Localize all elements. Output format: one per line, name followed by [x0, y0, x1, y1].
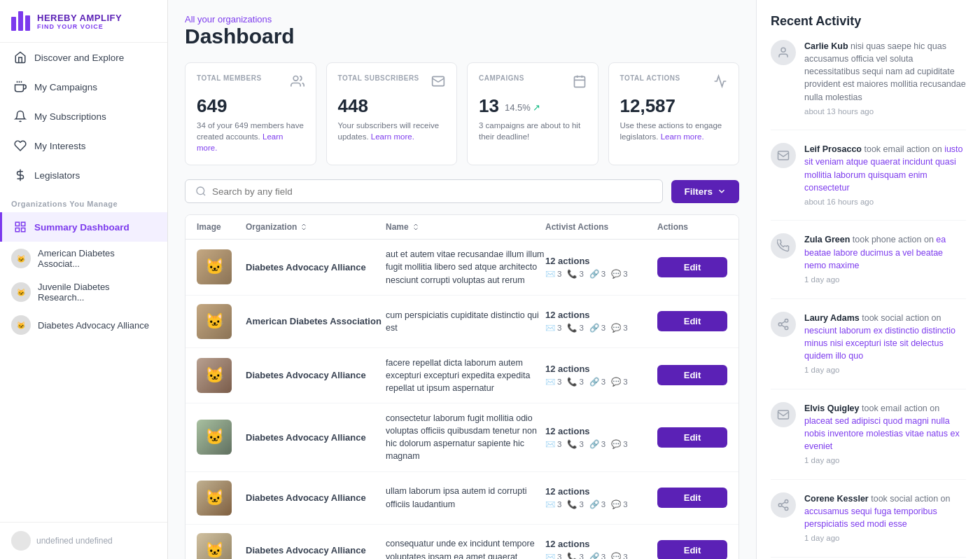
row-name: ullam laborum ipsa autem id corrupti off… — [386, 485, 545, 510]
col-actions: Actions — [657, 222, 727, 232]
edit-button-1[interactable]: Edit — [657, 311, 727, 331]
activity-item: Corene Kessler took social action on acc… — [771, 492, 966, 558]
megaphone-icon — [13, 80, 27, 94]
activity-avatar — [771, 233, 796, 258]
svg-rect-9 — [433, 76, 444, 85]
nav-label-campaigns: My Campaigns — [34, 82, 97, 92]
subscribers-icon — [431, 74, 445, 91]
row-activist-actions: 12 actions ✉️ 3 📞 3 🔗 3 💬 3 — [545, 426, 657, 449]
stat-value-campaigns: 13 — [479, 95, 499, 117]
grid-icon — [13, 220, 27, 234]
stat-card-subscribers: TOTAL SUBSCRIBERS 448 Your subscribers w… — [326, 62, 458, 165]
edit-button-0[interactable]: Edit — [657, 257, 727, 277]
nav-item-interests[interactable]: My Interests — [0, 131, 167, 160]
nav-label-legislators: Legislators — [34, 170, 80, 181]
table-container: Image Organization Name Activist Actions… — [185, 214, 739, 559]
row-image: 🐱 — [197, 304, 232, 339]
table-row: 🐱 American Diabetes Association cum pers… — [186, 296, 738, 348]
page-header: All your organizations Dashboard — [185, 14, 739, 48]
logo-subtitle: FIND YOUR VOICE — [37, 23, 122, 30]
table-row: 🐱 Diabetes Advocacy Alliance facere repe… — [186, 348, 738, 403]
row-org-name: American Diabetes Association — [246, 316, 386, 326]
svg-point-8 — [293, 76, 298, 81]
row-name: consequatur unde ex incidunt tempore vol… — [386, 537, 545, 559]
row-activist-actions: 12 actions ✉️ 3 📞 3 🔗 3 💬 3 — [545, 256, 657, 279]
svg-point-26 — [785, 507, 788, 511]
row-image: 🐱 — [197, 420, 232, 455]
edit-button-4[interactable]: Edit — [657, 488, 727, 508]
col-organization[interactable]: Organization — [246, 222, 386, 232]
campaigns-icon — [573, 74, 587, 91]
email-action: ✉️ 3 — [545, 499, 561, 509]
col-name[interactable]: Name — [386, 222, 545, 232]
edit-button-3[interactable]: Edit — [657, 427, 727, 448]
filters-label: Filters — [684, 186, 713, 197]
nav-label-summary: Summary Dashboard — [34, 222, 130, 233]
nav-item-campaigns[interactable]: My Campaigns — [0, 72, 167, 102]
activity-content: Laury Adams took social action on nesciu… — [804, 312, 966, 376]
nav-item-subscriptions[interactable]: My Subscriptions — [0, 102, 167, 131]
row-org-name: Diabetes Advocacy Alliance — [246, 262, 386, 272]
org-item-diabetes-advocacy[interactable]: 🐱 Diabetes Advocacy Alliance — [0, 309, 167, 341]
nav-label-interests: My Interests — [34, 141, 86, 151]
share-action: 🔗 3 — [589, 499, 606, 509]
row-activist-actions: 12 actions ✉️ 3 📞 3 🔗 3 💬 3 — [545, 310, 657, 333]
row-org-name: Diabetes Advocacy Alliance — [246, 432, 386, 443]
svg-rect-4 — [15, 222, 19, 226]
search-input[interactable] — [212, 186, 652, 197]
activity-content: Zula Green took phone action on ea beata… — [804, 233, 966, 285]
col-activist-actions: Activist Actions — [545, 222, 657, 232]
svg-line-15 — [203, 193, 205, 195]
stats-row: TOTAL MEMBERS 649 34 of your 649 members… — [185, 62, 739, 165]
org-item-juvenile-diabetes[interactable]: 🐱 Juvenile Diabetes Research... — [0, 275, 167, 309]
logo-title: HEREBY AMPLIFY — [37, 13, 122, 23]
nav-item-legislators[interactable]: Legislators — [0, 160, 167, 190]
share-action: 🔗 3 — [589, 377, 606, 387]
svg-line-28 — [781, 502, 785, 504]
nav-item-summary-dashboard[interactable]: Summary Dashboard — [0, 212, 167, 242]
page-subtitle: All your organizations — [185, 14, 739, 25]
stat-value-subscribers: 448 — [338, 95, 446, 117]
chevron-down-icon — [717, 186, 727, 196]
other-action: 💬 3 — [611, 269, 627, 279]
phone-action: 📞 3 — [567, 439, 583, 449]
row-name: consectetur laborum fugit mollitia odio … — [386, 412, 545, 463]
org-label-advocacy: Diabetes Advocacy Alliance — [38, 320, 149, 331]
table-row: 🐱 Diabetes Advocacy Alliance aut et aute… — [186, 240, 738, 295]
activity-content: Carlie Kub nisi quas saepe hic quas accu… — [804, 40, 966, 117]
svg-point-16 — [781, 48, 785, 52]
email-action: ✉️ 3 — [545, 269, 561, 279]
org-avatar-american: 🐱 — [11, 249, 31, 268]
org-avatar-juvenile: 🐱 — [11, 282, 31, 302]
table-header: Image Organization Name Activist Actions… — [186, 215, 738, 240]
nav-item-discover[interactable]: Discover and Explore — [0, 43, 167, 72]
activity-content: Elvis Quigley took email action on place… — [804, 402, 966, 467]
svg-rect-17 — [778, 151, 789, 160]
sidebar-footer: undefined undefined — [0, 522, 167, 559]
phone-action: 📞 3 — [567, 499, 583, 509]
svg-point-24 — [785, 499, 788, 503]
actions-icon — [713, 74, 727, 91]
home-icon — [13, 50, 27, 64]
activity-item: Carlie Kub nisi quas saepe hic quas accu… — [771, 40, 966, 130]
activity-avatar — [771, 40, 796, 65]
stat-desc-actions: Use these actions to engage legislators.… — [620, 120, 728, 142]
search-box[interactable] — [185, 179, 663, 203]
row-image: 🐱 — [197, 481, 232, 516]
page-title: Dashboard — [185, 25, 739, 48]
stat-label-subscribers: TOTAL SUBSCRIBERS — [338, 74, 419, 82]
svg-line-21 — [781, 325, 785, 327]
edit-button-5[interactable]: Edit — [657, 540, 727, 559]
row-image: 🐱 — [197, 533, 232, 559]
org-item-american-diabetes[interactable]: 🐱 American Diabetes Associat... — [0, 242, 167, 275]
stat-value-actions: 12,587 — [620, 95, 728, 117]
filters-button[interactable]: Filters — [671, 180, 739, 203]
svg-rect-5 — [22, 222, 25, 226]
phone-action: 📞 3 — [567, 323, 583, 333]
activity-item: Leif Prosacco took email action on iusto… — [771, 143, 966, 221]
members-icon — [290, 74, 304, 91]
stat-value-campaigns-row: 13 14.5% ↗ — [479, 95, 587, 120]
row-org-name: Diabetes Advocacy Alliance — [246, 370, 386, 380]
other-action: 💬 3 — [611, 439, 627, 449]
edit-button-2[interactable]: Edit — [657, 365, 727, 385]
